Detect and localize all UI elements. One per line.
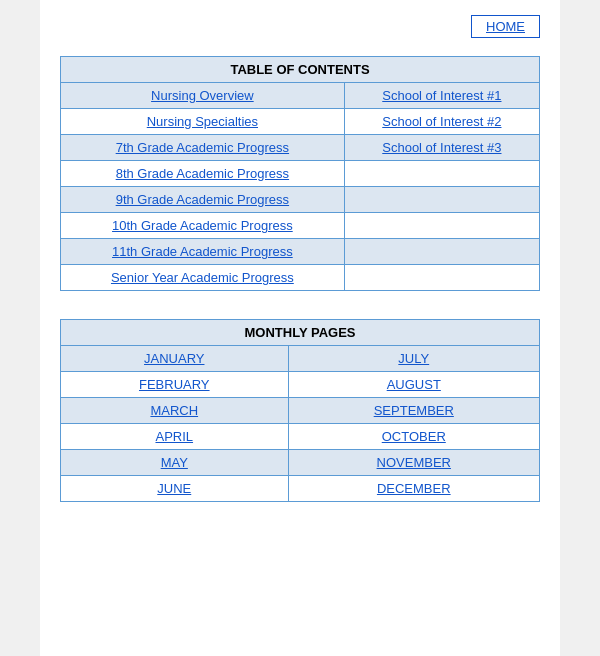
toc-right-link[interactable]: School of Interest #1 xyxy=(382,88,501,103)
toc-left-link[interactable]: 10th Grade Academic Progress xyxy=(112,218,293,233)
toc-left-link[interactable]: 7th Grade Academic Progress xyxy=(116,140,289,155)
toc-left-cell: 9th Grade Academic Progress xyxy=(61,187,345,213)
monthly-left-link[interactable]: JUNE xyxy=(157,481,191,496)
toc-left-cell: 11th Grade Academic Progress xyxy=(61,239,345,265)
toc-right-link[interactable]: School of Interest #3 xyxy=(382,140,501,155)
toc-left-link[interactable]: Nursing Specialties xyxy=(147,114,258,129)
monthly-left-cell: MAY xyxy=(61,450,289,476)
monthly-left-link[interactable]: APRIL xyxy=(155,429,193,444)
toc-table: TABLE OF CONTENTS Nursing OverviewSchool… xyxy=(60,56,540,291)
toc-left-cell: Senior Year Academic Progress xyxy=(61,265,345,291)
toc-row: 11th Grade Academic Progress xyxy=(61,239,540,265)
toc-left-link[interactable]: Nursing Overview xyxy=(151,88,254,103)
toc-right-cell xyxy=(344,187,539,213)
toc-row: Nursing OverviewSchool of Interest #1 xyxy=(61,83,540,109)
toc-header-row: TABLE OF CONTENTS xyxy=(61,57,540,83)
monthly-left-cell: JUNE xyxy=(61,476,289,502)
toc-right-cell xyxy=(344,265,539,291)
monthly-row: MARCHSEPTEMBER xyxy=(61,398,540,424)
monthly-row: JUNEDECEMBER xyxy=(61,476,540,502)
toc-left-link[interactable]: 8th Grade Academic Progress xyxy=(116,166,289,181)
monthly-table: MONTHLY PAGES JANUARYJULYFEBRUARYAUGUSTM… xyxy=(60,319,540,502)
monthly-row: APRILOCTOBER xyxy=(61,424,540,450)
monthly-left-link[interactable]: FEBRUARY xyxy=(139,377,210,392)
toc-row: 9th Grade Academic Progress xyxy=(61,187,540,213)
monthly-right-cell: NOVEMBER xyxy=(288,450,539,476)
monthly-right-cell: SEPTEMBER xyxy=(288,398,539,424)
toc-row: Senior Year Academic Progress xyxy=(61,265,540,291)
monthly-right-link[interactable]: NOVEMBER xyxy=(377,455,451,470)
toc-right-cell xyxy=(344,161,539,187)
monthly-right-link[interactable]: AUGUST xyxy=(387,377,441,392)
toc-right-link[interactable]: School of Interest #2 xyxy=(382,114,501,129)
toc-row: 10th Grade Academic Progress xyxy=(61,213,540,239)
toc-right-cell: School of Interest #1 xyxy=(344,83,539,109)
monthly-header-row: MONTHLY PAGES xyxy=(61,320,540,346)
home-button-container: HOME xyxy=(60,15,540,38)
toc-right-cell xyxy=(344,213,539,239)
monthly-right-cell: JULY xyxy=(288,346,539,372)
monthly-left-link[interactable]: JANUARY xyxy=(144,351,204,366)
toc-left-cell: 10th Grade Academic Progress xyxy=(61,213,345,239)
toc-row: 7th Grade Academic ProgressSchool of Int… xyxy=(61,135,540,161)
monthly-left-cell: APRIL xyxy=(61,424,289,450)
monthly-title: MONTHLY PAGES xyxy=(61,320,540,346)
monthly-row: FEBRUARYAUGUST xyxy=(61,372,540,398)
toc-left-link[interactable]: Senior Year Academic Progress xyxy=(111,270,294,285)
monthly-left-cell: JANUARY xyxy=(61,346,289,372)
monthly-left-link[interactable]: MARCH xyxy=(150,403,198,418)
toc-left-link[interactable]: 11th Grade Academic Progress xyxy=(112,244,293,259)
home-button[interactable]: HOME xyxy=(471,15,540,38)
page-container: HOME TABLE OF CONTENTS Nursing OverviewS… xyxy=(40,0,560,656)
monthly-left-link[interactable]: MAY xyxy=(161,455,188,470)
toc-row: Nursing SpecialtiesSchool of Interest #2 xyxy=(61,109,540,135)
toc-left-link[interactable]: 9th Grade Academic Progress xyxy=(116,192,289,207)
toc-left-cell: Nursing Overview xyxy=(61,83,345,109)
monthly-right-link[interactable]: DECEMBER xyxy=(377,481,451,496)
monthly-left-cell: FEBRUARY xyxy=(61,372,289,398)
toc-left-cell: Nursing Specialties xyxy=(61,109,345,135)
toc-right-cell: School of Interest #2 xyxy=(344,109,539,135)
monthly-right-cell: DECEMBER xyxy=(288,476,539,502)
toc-row: 8th Grade Academic Progress xyxy=(61,161,540,187)
monthly-right-link[interactable]: SEPTEMBER xyxy=(374,403,454,418)
toc-right-cell: School of Interest #3 xyxy=(344,135,539,161)
monthly-right-cell: AUGUST xyxy=(288,372,539,398)
toc-title: TABLE OF CONTENTS xyxy=(61,57,540,83)
monthly-right-link[interactable]: OCTOBER xyxy=(382,429,446,444)
monthly-left-cell: MARCH xyxy=(61,398,289,424)
monthly-row: JANUARYJULY xyxy=(61,346,540,372)
monthly-right-cell: OCTOBER xyxy=(288,424,539,450)
monthly-right-link[interactable]: JULY xyxy=(398,351,429,366)
toc-right-cell xyxy=(344,239,539,265)
monthly-row: MAYNOVEMBER xyxy=(61,450,540,476)
toc-left-cell: 7th Grade Academic Progress xyxy=(61,135,345,161)
toc-left-cell: 8th Grade Academic Progress xyxy=(61,161,345,187)
